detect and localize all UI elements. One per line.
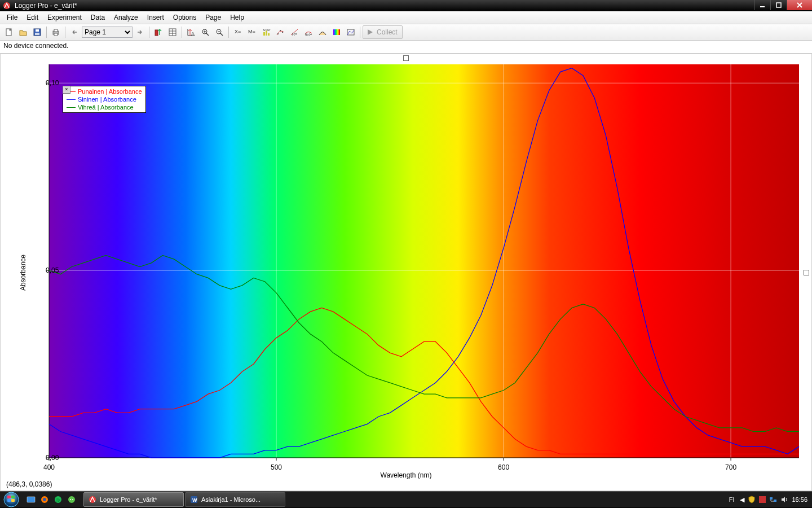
zoom-in-button[interactable] xyxy=(198,25,212,39)
svg-rect-9 xyxy=(54,33,58,36)
curve-fit-button[interactable] xyxy=(273,25,287,39)
taskbar: Logger Pro - e_värit*WAsiakirja1 - Micro… xyxy=(0,491,812,508)
close-button[interactable] xyxy=(787,0,812,10)
collect-label: Collect xyxy=(377,28,398,36)
menu-analyze[interactable]: Analyze xyxy=(109,12,143,23)
next-page-button[interactable] xyxy=(133,25,147,39)
svg-rect-2 xyxy=(776,3,781,7)
taskbar-tasks: Logger Pro - e_värit*WAsiakirja1 - Micro… xyxy=(83,492,285,507)
data-table-button[interactable] xyxy=(166,25,179,39)
firefox-icon[interactable] xyxy=(38,493,51,506)
autoscale-button[interactable]: A xyxy=(184,25,198,39)
cursor-readout: (486,3, 0,0386) xyxy=(6,480,52,488)
legend-item: Vihreä | Absorbance xyxy=(67,103,142,111)
legend-item: Sininen | Absorbance xyxy=(67,95,142,103)
x-tick-label: 600 xyxy=(498,463,509,471)
svg-point-68 xyxy=(72,499,73,500)
legend[interactable]: ×Punainen | AbsorbanceSininen | Absorban… xyxy=(63,86,146,113)
examine-button[interactable]: X= xyxy=(231,25,245,39)
menu-experiment[interactable]: Experiment xyxy=(43,12,86,23)
svg-rect-1 xyxy=(760,6,765,7)
window-titlebar: Logger Pro - e_värit* xyxy=(0,0,812,11)
svg-point-31 xyxy=(282,32,283,33)
svg-rect-37 xyxy=(336,29,337,35)
x-axis-label: Wavelength (nm) xyxy=(381,471,432,479)
tray-volume-icon[interactable] xyxy=(780,496,788,503)
show-desktop-icon[interactable] xyxy=(25,493,37,506)
integral-button[interactable] xyxy=(316,25,329,39)
toolbar: Page 1 A X= M= STAT R= f(x)= Collect xyxy=(0,24,812,41)
tangent-button[interactable]: M= xyxy=(245,25,259,39)
tray-expand-icon[interactable]: ◀ xyxy=(740,496,744,503)
chart-svg xyxy=(16,64,800,468)
chat-icon[interactable] xyxy=(65,493,78,506)
tray-network-icon[interactable] xyxy=(769,496,777,503)
svg-text:M=: M= xyxy=(248,29,255,34)
stats-button[interactable]: STAT xyxy=(259,25,273,39)
task-icon xyxy=(89,496,96,503)
taskbar-task[interactable]: Logger Pro - e_värit* xyxy=(83,492,184,507)
collect-button[interactable]: Collect xyxy=(363,25,403,39)
svg-point-66 xyxy=(68,496,75,503)
svg-text:R=: R= xyxy=(292,32,297,36)
minimize-button[interactable] xyxy=(754,0,770,10)
legend-close-icon[interactable]: × xyxy=(63,86,70,94)
svg-text:f(x)=: f(x)= xyxy=(305,33,312,36)
page-selector[interactable]: Page 1 xyxy=(82,27,133,38)
menu-options[interactable]: Options xyxy=(169,12,201,23)
new-file-button[interactable] xyxy=(2,25,16,39)
task-icon: W xyxy=(190,496,198,503)
spotify-icon[interactable] xyxy=(52,493,64,506)
svg-rect-8 xyxy=(54,29,58,32)
prev-page-button[interactable] xyxy=(68,25,81,39)
graph-panel[interactable]: Absorbance 0,000,050,10400500600700×Puna… xyxy=(0,54,812,491)
configure-spectrometer-button[interactable] xyxy=(344,25,358,39)
input-language[interactable]: FI xyxy=(727,496,737,503)
svg-rect-73 xyxy=(770,497,773,500)
save-button[interactable] xyxy=(30,25,44,39)
resize-handle-right[interactable] xyxy=(804,270,809,275)
svg-rect-35 xyxy=(333,29,334,35)
y-tick-label: 0,00 xyxy=(46,454,49,462)
svg-rect-58 xyxy=(7,496,11,498)
logger-pro-icon xyxy=(2,1,11,10)
maximize-button[interactable] xyxy=(770,0,787,10)
x-tick-label: 500 xyxy=(271,463,282,471)
start-button[interactable] xyxy=(0,491,23,508)
resize-handle-top[interactable] xyxy=(403,55,409,61)
menu-data[interactable]: Data xyxy=(86,12,109,23)
tray-shield-icon[interactable] xyxy=(748,496,756,503)
zoom-out-button[interactable] xyxy=(213,25,226,39)
svg-rect-36 xyxy=(334,29,336,35)
tray-clock[interactable]: 16:56 xyxy=(792,496,807,503)
svg-text:W: W xyxy=(192,497,197,503)
svg-point-30 xyxy=(280,30,281,31)
svg-rect-61 xyxy=(11,499,15,502)
open-file-button[interactable] xyxy=(16,25,30,39)
svg-point-29 xyxy=(277,33,279,34)
print-button[interactable] xyxy=(49,25,63,39)
svg-line-17 xyxy=(206,33,209,36)
linear-fit-button[interactable]: R= xyxy=(288,25,301,39)
menu-file[interactable]: File xyxy=(2,12,22,23)
y-tick-label: 0,10 xyxy=(46,79,49,87)
svg-rect-40 xyxy=(339,29,340,35)
svg-rect-60 xyxy=(7,499,11,502)
tray-app-icon[interactable] xyxy=(759,496,766,503)
svg-rect-62 xyxy=(27,497,35,502)
menu-edit[interactable]: Edit xyxy=(22,12,43,23)
legend-label: Vihreä | Absorbance xyxy=(78,103,134,111)
svg-rect-6 xyxy=(35,33,39,35)
menu-page[interactable]: Page xyxy=(201,12,226,23)
menu-insert[interactable]: Insert xyxy=(143,12,169,23)
menu-help[interactable]: Help xyxy=(226,12,249,23)
taskbar-task[interactable]: WAsiakirja1 - Microso... xyxy=(185,492,285,507)
spectrum-button[interactable] xyxy=(330,25,343,39)
svg-text:X=: X= xyxy=(235,29,241,34)
spectrum-background xyxy=(49,64,799,458)
svg-rect-25 xyxy=(263,32,265,36)
data-collection-button[interactable] xyxy=(152,25,165,39)
plot-area[interactable]: 0,000,050,10400500600700×Punainen | Abso… xyxy=(16,64,800,468)
model-button[interactable]: f(x)= xyxy=(302,25,315,39)
status-bar: No device connected. xyxy=(0,41,812,54)
